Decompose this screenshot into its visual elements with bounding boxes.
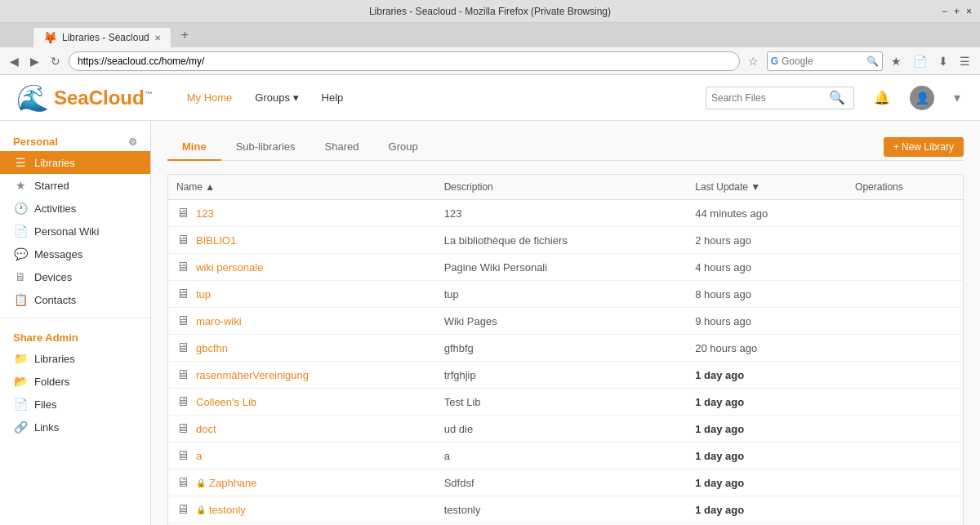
sidebar-item-folders[interactable]: 📂 Folders bbox=[0, 370, 150, 393]
sidebar-contacts-label: Contacts bbox=[34, 294, 76, 306]
table-row: 🖥 BIBLIO1 La bibliothèque de fichiers 2 … bbox=[168, 227, 964, 254]
libraries-table: Name ▲ Description Last Update ▼ Operati… bbox=[167, 174, 964, 525]
sidebar-item-devices[interactable]: 🖥 Devices bbox=[0, 265, 150, 288]
header-search-box[interactable]: 🔍 bbox=[706, 87, 854, 109]
table-cell-description: tup bbox=[436, 281, 688, 308]
nav-my-home[interactable]: My Home bbox=[177, 87, 243, 109]
sidebar-libraries-label: Libraries bbox=[34, 157, 75, 169]
sidebar-item-libraries[interactable]: ☰ Libraries bbox=[0, 151, 150, 174]
table-cell-name: 🖥 BIBLIO1 bbox=[168, 227, 436, 254]
library-icon: 🖥 bbox=[176, 233, 189, 247]
table-header-row: Name ▲ Description Last Update ▼ Operati… bbox=[168, 175, 964, 200]
sidebar-divider bbox=[0, 318, 150, 318]
sidebar-item-messages[interactable]: 💬 Messages bbox=[0, 242, 150, 265]
table-cell-name: 🖥 rasenmäherVereinigung bbox=[168, 362, 436, 389]
table-cell-operations bbox=[847, 308, 963, 335]
table-cell-name: 🖥 maro-wiki bbox=[168, 308, 436, 335]
browser-window-controls[interactable]: − + × bbox=[942, 6, 972, 17]
sidebar-item-contacts[interactable]: 📋 Contacts bbox=[0, 288, 150, 311]
table-cell-last-update: 1 day ago bbox=[687, 496, 847, 523]
library-icon: 🖥 bbox=[176, 206, 189, 220]
new-library-button[interactable]: + New Library bbox=[884, 137, 964, 157]
wiki-icon: 📄 bbox=[13, 225, 28, 238]
tab-close-btn[interactable]: ✕ bbox=[154, 33, 161, 42]
download-icon[interactable]: ⬇ bbox=[935, 53, 951, 69]
browser-title: Libraries - Seacloud - Mozilla Firefox (… bbox=[369, 6, 611, 17]
sidebar-item-activities[interactable]: 🕐 Activities bbox=[0, 197, 150, 220]
active-browser-tab[interactable]: 🦊 Libraries - Seacloud ✕ bbox=[33, 27, 172, 47]
avatar[interactable]: 👤 bbox=[910, 86, 934, 110]
table-cell-operations bbox=[847, 335, 963, 362]
library-icon: 🖥 bbox=[176, 367, 189, 382]
table-cell-last-update: 1 day ago bbox=[687, 389, 847, 416]
table-cell-name: 🖥 a bbox=[168, 443, 436, 469]
bookmarks-star-icon[interactable]: ★ bbox=[888, 53, 905, 69]
sidebar-item-files[interactable]: 📄 Files bbox=[0, 393, 150, 416]
library-name-link[interactable]: doct bbox=[196, 423, 216, 435]
reload-button[interactable]: ↻ bbox=[47, 53, 64, 69]
devices-icon: 🖥 bbox=[13, 270, 28, 283]
table-row: 🖥 123 123 44 minutes ago bbox=[168, 200, 964, 227]
close-btn[interactable]: × bbox=[966, 6, 972, 17]
address-bar[interactable] bbox=[69, 51, 740, 71]
table-cell-operations bbox=[847, 416, 963, 443]
table-cell-operations bbox=[847, 200, 963, 227]
tabs-bar: Mine Sub-libraries Shared Group + New Li… bbox=[167, 134, 964, 161]
sidebar-starred-label: Starred bbox=[34, 180, 69, 192]
tab-sub-libraries[interactable]: Sub-libraries bbox=[221, 134, 310, 161]
notification-bell-icon[interactable]: 🔔 bbox=[871, 87, 893, 109]
tab-mine[interactable]: Mine bbox=[167, 134, 221, 161]
tab-group[interactable]: Group bbox=[374, 134, 433, 161]
tabs-left: Mine Sub-libraries Shared Group bbox=[167, 134, 433, 160]
library-icon: 🖥 bbox=[176, 394, 189, 409]
library-name-link[interactable]: BIBLIO1 bbox=[196, 234, 236, 247]
library-icon: 🖥 bbox=[176, 340, 189, 355]
search-magnifier-icon[interactable]: 🔍 bbox=[866, 56, 879, 67]
reader-icon[interactable]: 📄 bbox=[910, 53, 930, 69]
sidebar-item-links[interactable]: 🔗 Links bbox=[0, 416, 150, 438]
col-header-name[interactable]: Name ▲ bbox=[168, 175, 436, 200]
browser-search-box[interactable]: G 🔍 bbox=[767, 51, 883, 71]
sidebar-item-personal-wiki[interactable]: 📄 Personal Wiki bbox=[0, 220, 150, 242]
browser-search-input[interactable] bbox=[782, 56, 863, 67]
bookmark-icon[interactable]: ☆ bbox=[745, 53, 762, 69]
library-name-link[interactable]: Zaphhane bbox=[209, 477, 257, 489]
search-input[interactable] bbox=[711, 92, 826, 104]
col-header-last-update[interactable]: Last Update ▼ bbox=[687, 175, 847, 200]
library-name-link[interactable]: wiki personale bbox=[196, 261, 263, 274]
search-icon[interactable]: 🔍 bbox=[826, 87, 849, 109]
table-row: 🖥 doct ud die 1 day ago bbox=[168, 416, 964, 443]
maximize-btn[interactable]: + bbox=[954, 6, 960, 17]
browser-addressbar: ◀ ▶ ↻ ☆ G 🔍 ★ 📄 ⬇ ☰ bbox=[0, 47, 980, 75]
nav-groups[interactable]: Groups ▾ bbox=[245, 87, 308, 109]
minimize-btn[interactable]: − bbox=[942, 6, 947, 17]
library-name-link[interactable]: a bbox=[196, 450, 202, 462]
library-name-link[interactable]: 123 bbox=[196, 207, 214, 220]
sidebar-item-starred[interactable]: ★ Starred bbox=[0, 174, 150, 197]
back-button[interactable]: ◀ bbox=[7, 53, 22, 69]
library-name-link[interactable]: tup bbox=[196, 288, 211, 300]
nav-help[interactable]: Help bbox=[312, 87, 354, 109]
library-name-link[interactable]: Colleen's Lib bbox=[196, 396, 256, 408]
library-name-link[interactable]: rasenmäherVereinigung bbox=[196, 369, 309, 381]
library-icon: 🖥 bbox=[176, 260, 189, 274]
tab-shared[interactable]: Shared bbox=[310, 134, 374, 161]
new-tab-button[interactable]: + bbox=[175, 24, 195, 46]
folders-icon: 📂 bbox=[13, 375, 28, 388]
main-container: Personal ⚙ ☰ Libraries ★ Starred 🕐 Activ… bbox=[0, 121, 980, 525]
library-name-link[interactable]: testonly bbox=[209, 504, 246, 516]
table-row: 🖥 a a 1 day ago bbox=[168, 443, 964, 469]
forward-button[interactable]: ▶ bbox=[27, 53, 42, 69]
menu-icon[interactable]: ☰ bbox=[956, 53, 973, 69]
sidebar-item-share-libraries[interactable]: 📁 Libraries bbox=[0, 347, 150, 370]
table-cell-last-update: 2 hours ago bbox=[687, 227, 847, 254]
library-name-link[interactable]: gbcfhn bbox=[196, 342, 228, 354]
table-cell-last-update: 20 hours ago bbox=[687, 335, 847, 362]
user-dropdown-icon[interactable]: ▾ bbox=[951, 87, 964, 109]
library-icon: 🖥 bbox=[176, 314, 189, 328]
personal-gear-icon[interactable]: ⚙ bbox=[128, 136, 137, 148]
library-icon: 🖥 bbox=[176, 421, 189, 436]
logo-text: SeaCloud™ bbox=[54, 87, 153, 109]
library-name-link[interactable]: maro-wiki bbox=[196, 315, 242, 327]
sidebar-activities-label: Activities bbox=[34, 202, 76, 215]
